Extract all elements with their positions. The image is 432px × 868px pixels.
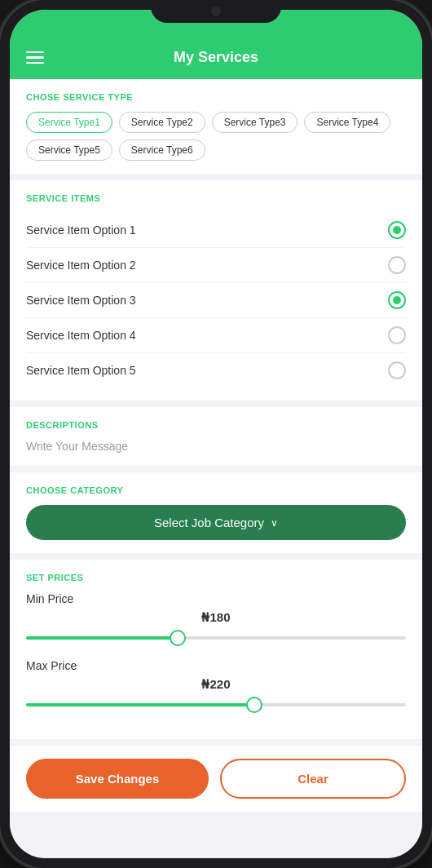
menu-button[interactable] <box>26 51 44 64</box>
service-item-row-5[interactable]: Service Item Option 5 <box>26 353 406 388</box>
service-items-section: SERVICE ITEMS Service Item Option 1 Serv… <box>10 180 422 401</box>
app-header: My Services <box>10 39 422 79</box>
service-item-label-1: Service Item Option 1 <box>26 224 136 237</box>
save-changes-button[interactable]: Save Changes <box>26 759 209 799</box>
descriptions-label: DESCRIPTIONS <box>26 420 406 430</box>
max-price-label: Max Price <box>26 659 406 672</box>
service-type-chip-1[interactable]: Service Type1 <box>26 112 112 133</box>
main-content: CHOSE SERVICE TYPE Service Type1 Service… <box>10 79 422 858</box>
radio-btn-1[interactable] <box>388 221 406 239</box>
radio-btn-3[interactable] <box>388 291 406 309</box>
min-price-thumb[interactable] <box>170 630 186 646</box>
service-type-section: CHOSE SERVICE TYPE Service Type1 Service… <box>10 79 422 174</box>
descriptions-section: DESCRIPTIONS Write Your Message <box>10 407 422 466</box>
service-items-label: SERVICE ITEMS <box>26 193 406 203</box>
max-price-fill <box>26 703 254 706</box>
phone-notch <box>151 0 281 23</box>
service-item-row-4[interactable]: Service Item Option 4 <box>26 318 406 353</box>
service-item-row-3[interactable]: Service Item Option 3 <box>26 283 406 318</box>
max-price-container: Max Price ₦220 <box>26 659 406 713</box>
prices-label: SET PRICES <box>26 573 406 582</box>
phone-screen: My Services CHOSE SERVICE TYPE Service T… <box>10 10 422 858</box>
max-price-value: ₦220 <box>26 677 406 692</box>
radio-btn-2[interactable] <box>388 256 406 274</box>
service-type-chip-3[interactable]: Service Type3 <box>212 112 298 133</box>
min-price-track <box>26 636 406 640</box>
max-price-thumb[interactable] <box>246 697 262 713</box>
min-price-value: ₦180 <box>26 610 406 625</box>
category-section: CHOOSE CATEGORY Select Job Category ∨ <box>10 472 422 553</box>
service-type-chip-6[interactable]: Service Type6 <box>119 140 205 161</box>
service-type-label: CHOSE SERVICE TYPE <box>26 92 406 102</box>
service-type-chips: Service Type1 Service Type2 Service Type… <box>26 112 406 161</box>
service-item-label-3: Service Item Option 3 <box>26 294 136 307</box>
service-item-label-5: Service Item Option 5 <box>26 364 136 377</box>
service-type-chip-2[interactable]: Service Type2 <box>119 112 205 133</box>
service-item-label-4: Service Item Option 4 <box>26 329 136 342</box>
action-buttons: Save Changes Clear <box>10 746 422 812</box>
min-price-container: Min Price ₦180 <box>26 592 406 646</box>
page-title: My Services <box>174 49 258 66</box>
description-placeholder[interactable]: Write Your Message <box>26 440 406 453</box>
category-dropdown-button[interactable]: Select Job Category ∨ <box>26 505 406 540</box>
min-price-fill <box>26 636 178 640</box>
category-label: CHOOSE CATEGORY <box>26 485 406 495</box>
radio-btn-4[interactable] <box>388 326 406 344</box>
service-item-row-2[interactable]: Service Item Option 2 <box>26 248 406 283</box>
phone-camera <box>211 7 221 16</box>
chevron-down-icon: ∨ <box>271 517 278 529</box>
max-price-track <box>26 703 406 706</box>
service-type-chip-4[interactable]: Service Type4 <box>304 112 390 133</box>
prices-section: SET PRICES Min Price ₦180 Max Price ₦220 <box>10 560 422 739</box>
radio-btn-5[interactable] <box>388 361 406 379</box>
service-type-chip-5[interactable]: Service Type5 <box>26 140 112 161</box>
phone-frame: My Services CHOSE SERVICE TYPE Service T… <box>0 0 432 868</box>
service-item-row-1[interactable]: Service Item Option 1 <box>26 213 406 248</box>
max-price-slider-container <box>26 697 406 713</box>
service-item-label-2: Service Item Option 2 <box>26 259 136 272</box>
clear-button[interactable]: Clear <box>220 759 406 799</box>
min-price-slider-container <box>26 630 406 646</box>
min-price-label: Min Price <box>26 592 406 605</box>
category-dropdown-label: Select Job Category <box>154 516 264 529</box>
